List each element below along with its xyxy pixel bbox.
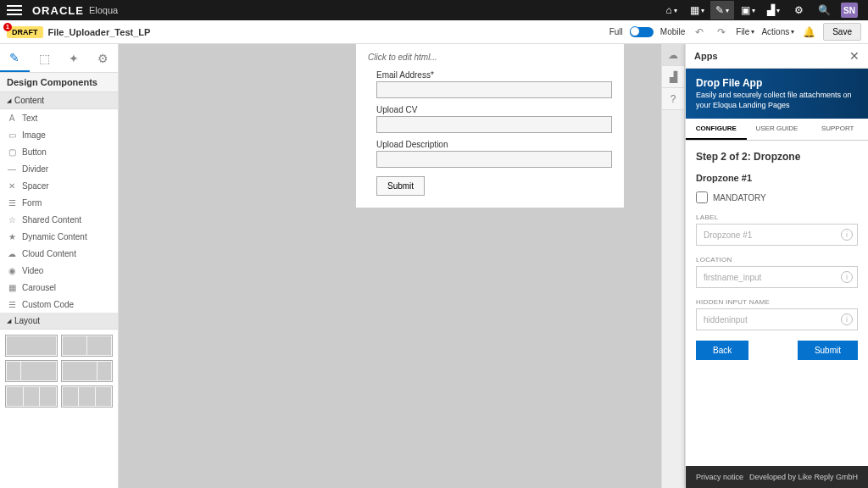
- home-icon[interactable]: ⌂▾: [659, 1, 683, 19]
- back-button[interactable]: Back: [696, 341, 748, 360]
- mandatory-label: MANDATORY: [713, 193, 766, 202]
- wand-tab-icon[interactable]: ✦: [59, 44, 89, 72]
- mini-rail: ☁ ▟ ?: [661, 44, 685, 488]
- app-hero: Drop File App Easily and securely collec…: [686, 69, 868, 119]
- tab-support[interactable]: SUPPORT: [807, 119, 868, 140]
- redo-icon[interactable]: ↷: [714, 25, 729, 39]
- chart-icon[interactable]: ▟▾: [761, 1, 785, 19]
- hidden-field-label: HIDDEN INPUT NAME: [696, 298, 858, 306]
- comp-button[interactable]: ▢Button: [0, 143, 118, 160]
- form-submit-button[interactable]: Submit: [376, 176, 425, 196]
- comp-carousel[interactable]: ▦Carousel: [0, 279, 118, 296]
- text-icon: A: [7, 113, 17, 123]
- actions-menu[interactable]: Actions ▾: [761, 27, 794, 36]
- bell-icon[interactable]: 🔔: [801, 25, 816, 39]
- grid-icon[interactable]: ▦▾: [685, 1, 709, 19]
- location-field-label: LOCATION: [696, 256, 858, 263]
- cv-label: Upload CV: [376, 105, 612, 114]
- comp-divider[interactable]: —Divider: [0, 160, 118, 177]
- hamburger-icon[interactable]: [7, 5, 22, 15]
- shared-icon: ☆: [7, 214, 17, 225]
- code-icon: ☰: [7, 299, 17, 309]
- comp-cloud[interactable]: ☁Cloud Content: [0, 245, 118, 262]
- content-section-header[interactable]: Content: [0, 92, 118, 109]
- form-icon: ☰: [7, 197, 17, 208]
- undo-icon[interactable]: ↶: [692, 25, 707, 39]
- chart-rail-icon[interactable]: ▟: [662, 66, 684, 88]
- divider-icon: —: [7, 164, 17, 174]
- cv-input[interactable]: [376, 116, 612, 133]
- search-icon[interactable]: 🔍: [812, 1, 836, 19]
- form-block[interactable]: Click to edit html... Email Address* Upl…: [356, 44, 624, 208]
- info-icon[interactable]: i: [841, 271, 853, 283]
- comp-video[interactable]: ◉Video: [0, 262, 118, 279]
- layout-3col[interactable]: [5, 385, 58, 408]
- draft-badge: 1 DRAFT: [7, 26, 43, 38]
- layout-3col-alt[interactable]: [61, 385, 114, 408]
- label-field-label: LABEL: [696, 214, 858, 221]
- spacer-icon: ✕: [7, 180, 17, 191]
- save-button[interactable]: Save: [823, 23, 861, 41]
- cloud-rail-icon[interactable]: ☁: [662, 44, 684, 66]
- settings-tab-icon[interactable]: ⚙: [88, 44, 118, 72]
- edit-icon[interactable]: ✎▾: [710, 1, 734, 19]
- mobile-label: Mobile: [660, 27, 685, 36]
- comp-dynamic[interactable]: ★Dynamic Content: [0, 228, 118, 245]
- apps-panel: Apps ✕ Drop File App Easily and securely…: [685, 44, 868, 488]
- mandatory-checkbox[interactable]: [696, 191, 708, 203]
- app-tabs: CONFIGURE USER GUIDE SUPPORT: [686, 119, 868, 141]
- comp-image[interactable]: ▭Image: [0, 126, 118, 143]
- sub-toolbar: 1 DRAFT File_Uploader_Test_LP Full Mobil…: [0, 20, 868, 44]
- edit-hint: Click to edit html...: [368, 53, 612, 62]
- close-icon[interactable]: ✕: [849, 49, 860, 63]
- app-footer: Privacy notice Developed by Like Reply G…: [686, 466, 868, 488]
- location-field-input[interactable]: [696, 266, 858, 288]
- developed-by: Developed by Like Reply GmbH: [749, 473, 858, 481]
- layout-2col-right[interactable]: [61, 360, 114, 382]
- label-field-input[interactable]: [696, 224, 858, 246]
- canvas[interactable]: Click to edit html... Email Address* Upl…: [119, 44, 661, 488]
- button-comp-icon: ▢: [7, 147, 17, 157]
- layout-section-header[interactable]: Layout: [0, 313, 118, 330]
- comp-spacer[interactable]: ✕Spacer: [0, 177, 118, 194]
- comp-shared[interactable]: ☆Shared Content: [0, 211, 118, 228]
- box-tab-icon[interactable]: ⬚: [30, 44, 59, 72]
- help-rail-icon[interactable]: ?: [662, 88, 684, 110]
- app-body: Step 2 of 2: Dropzone Dropzone #1 MANDAT…: [686, 141, 868, 466]
- desc-input[interactable]: [376, 151, 612, 168]
- carousel-icon: ▦: [7, 282, 17, 292]
- comp-code[interactable]: ☰Custom Code: [0, 296, 118, 313]
- device-toggle[interactable]: [630, 27, 654, 37]
- hidden-field-input[interactable]: [696, 308, 858, 330]
- tab-userguide[interactable]: USER GUIDE: [747, 119, 808, 140]
- comp-form[interactable]: ☰Form: [0, 194, 118, 211]
- design-tab-icon[interactable]: ✎: [0, 44, 30, 72]
- comp-text[interactable]: AText: [0, 109, 118, 126]
- desc-label: Upload Description: [376, 140, 612, 149]
- layout-2col[interactable]: [61, 335, 114, 357]
- privacy-link[interactable]: Privacy notice: [696, 473, 743, 481]
- page-title: File_Uploader_Test_LP: [48, 27, 151, 37]
- layout-2col-left[interactable]: [5, 360, 58, 382]
- submit-button[interactable]: Submit: [798, 341, 858, 360]
- tab-configure[interactable]: CONFIGURE: [686, 119, 747, 140]
- layout-1col[interactable]: [5, 335, 58, 357]
- info-icon[interactable]: i: [841, 229, 853, 241]
- info-icon[interactable]: i: [841, 313, 853, 325]
- user-avatar[interactable]: SN: [837, 1, 861, 19]
- panel-title: Design Components: [0, 73, 118, 92]
- app-hero-title: Drop File App: [696, 77, 858, 89]
- image-comp-icon: ▭: [7, 130, 17, 140]
- component-list: AText ▭Image ▢Button —Divider ✕Spacer ☰F…: [0, 109, 118, 313]
- gear-icon[interactable]: ⚙: [787, 1, 810, 19]
- dynamic-icon: ★: [7, 231, 17, 241]
- apps-header-title: Apps: [694, 51, 718, 61]
- email-label: Email Address*: [376, 70, 612, 80]
- step-title: Step 2 of 2: Dropzone: [696, 151, 858, 163]
- file-menu[interactable]: File ▾: [736, 27, 754, 36]
- video-icon: ◉: [7, 265, 17, 275]
- cloud-icon: ☁: [7, 248, 17, 258]
- email-input[interactable]: [376, 81, 612, 98]
- image-icon[interactable]: ▣▾: [736, 1, 760, 19]
- dropzone-title: Dropzone #1: [696, 173, 858, 183]
